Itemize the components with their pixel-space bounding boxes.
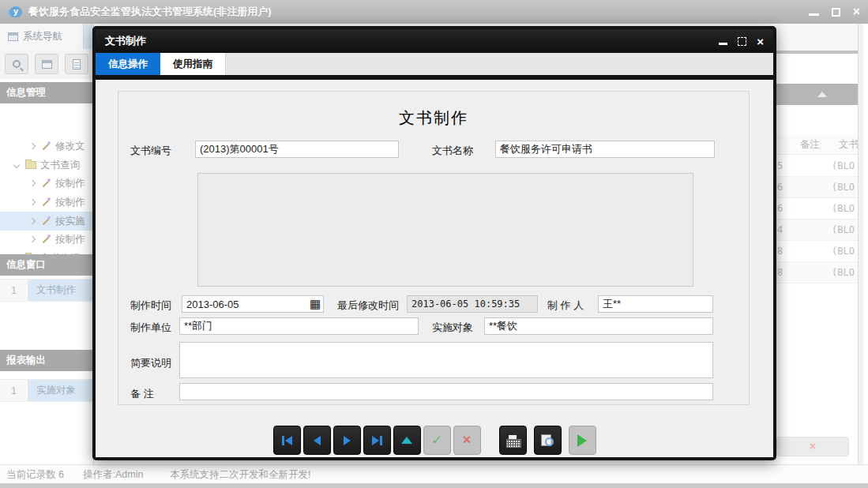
tab-user-guide[interactable]: 使用指南 <box>160 53 226 75</box>
table-row[interactable]: 8 (BLO <box>776 262 863 283</box>
print-button[interactable] <box>499 426 527 455</box>
preview-icon <box>541 434 554 446</box>
wand-icon <box>41 141 51 152</box>
table-row[interactable]: 4 (BLO <box>776 220 863 241</box>
form-heading: 文书制作 <box>118 107 749 129</box>
search-document-button[interactable] <box>5 54 28 74</box>
window-list-button[interactable] <box>35 54 58 74</box>
background-table-panel: 备注 文书 5 (BLO 6 (BLO 6 (BLO 4 (BLO 8 (BLO… <box>776 24 863 464</box>
nav-last-button[interactable] <box>363 426 391 455</box>
wand-icon <box>41 197 51 208</box>
make-time-input[interactable] <box>182 295 324 313</box>
calendar-icon[interactable]: ▦ <box>310 296 321 312</box>
up-arrow-icon <box>401 437 412 444</box>
tree-item-doc-query[interactable]: 文书查询 <box>0 156 94 175</box>
unit-input[interactable] <box>179 317 419 335</box>
modify-time-field <box>407 295 538 313</box>
dialog-titlebar[interactable]: 文书制作 × <box>96 29 773 53</box>
section-report-output[interactable]: 报表输出 <box>0 350 94 371</box>
dialog-tab-bar: 信息操作 使用指南 <box>96 53 773 75</box>
dialog-footer-toolbar: ✓ × <box>96 426 773 456</box>
doc-name-input[interactable] <box>495 141 715 158</box>
status-bar: 当前记录数 6 操作者:Admin 本系统支持二次开发和全新开发! <box>0 464 868 483</box>
dialog-content: 文书制作 文书编号 文书名称 制作时间 ▦ 最后修改时间 制 作 人 制作单位 <box>96 80 773 457</box>
summary-textarea[interactable] <box>179 342 713 378</box>
doc-name-label: 文书名称 <box>432 144 473 158</box>
status-message: 本系统支持二次开发和全新开发! <box>170 468 310 482</box>
window-titlebar: y 餐饮服务食品安全监管执法文书管理系统(非注册用户) × <box>0 0 868 24</box>
wand-icon <box>41 178 51 189</box>
tree-item-by-target[interactable]: 按实施 <box>0 212 94 231</box>
nav-prev-button[interactable] <box>303 426 331 455</box>
collapse-up-button[interactable] <box>393 426 421 455</box>
table-row[interactable]: 5 (BLO <box>776 156 863 177</box>
chevron-down-icon[interactable] <box>13 162 20 168</box>
window-minimize-button[interactable] <box>809 13 819 16</box>
chevron-right-icon[interactable] <box>29 218 36 224</box>
summary-label: 简要说明 <box>130 356 171 370</box>
window-restore-button[interactable] <box>832 8 840 17</box>
check-icon: ✓ <box>431 432 442 449</box>
first-record-icon <box>282 436 284 445</box>
previous-record-icon <box>314 436 321 445</box>
print-preview-button[interactable] <box>534 426 562 455</box>
nav-next-button[interactable] <box>333 426 361 455</box>
dialog-minimize-button[interactable] <box>719 43 727 45</box>
tab-info-operation[interactable]: 信息操作 <box>96 53 160 75</box>
background-tab-row <box>776 24 863 51</box>
window-close-button[interactable]: × <box>853 8 860 16</box>
vertical-scrollbar[interactable] <box>858 24 863 464</box>
table-row[interactable]: 6 (BLO <box>776 177 863 198</box>
tree-item-by-maker-3[interactable]: 按制作 <box>0 230 94 249</box>
chevron-right-icon[interactable] <box>29 199 36 205</box>
x-icon: × <box>463 432 472 449</box>
window-bottom-border <box>0 483 868 488</box>
unit-label: 制作单位 <box>130 321 171 335</box>
run-button[interactable] <box>569 426 596 455</box>
chevron-right-icon[interactable] <box>29 143 36 149</box>
chevron-right-icon[interactable] <box>29 180 36 186</box>
confirm-button: ✓ <box>423 426 451 455</box>
nav-first-button[interactable] <box>273 426 301 455</box>
remark-label: 备 注 <box>130 387 154 401</box>
modify-time-label: 最后修改时间 <box>337 298 399 313</box>
report-output-row[interactable]: 1 实施对象 <box>0 379 94 402</box>
info-window-row[interactable]: 1 文书制作 <box>0 279 94 302</box>
wand-icon <box>41 235 51 245</box>
document-form: 文书制作 文书编号 文书名称 制作时间 ▦ 最后修改时间 制 作 人 制作单位 <box>118 91 750 405</box>
dialog-close-button[interactable]: × <box>757 37 764 46</box>
divider <box>776 51 863 54</box>
table-header: 备注 文书 <box>776 134 863 155</box>
collapse-bar[interactable] <box>776 84 863 105</box>
section-info-management[interactable]: 信息管理 <box>0 82 94 103</box>
tree-item-modify-doc[interactable]: 修改文 <box>0 137 94 156</box>
table-row[interactable]: 6 (BLO <box>776 198 863 220</box>
window-title: 餐饮服务食品安全监管执法文书管理系统(非注册用户) <box>28 5 272 19</box>
doc-number-input[interactable] <box>195 141 399 158</box>
last-record-icon <box>380 436 382 445</box>
play-icon <box>577 434 587 447</box>
maker-label: 制 作 人 <box>547 298 584 313</box>
remark-input[interactable] <box>179 383 713 400</box>
sidebar-tab-row: 系统导航 <box>0 24 94 49</box>
tree-item-by-maker-1[interactable]: 按制作 <box>0 174 94 193</box>
chevron-right-icon[interactable] <box>29 236 36 242</box>
search-icon <box>13 60 21 68</box>
wand-icon <box>41 216 51 227</box>
record-count: 当前记录数 6 <box>6 468 64 482</box>
table-row[interactable]: 8 (BLO <box>776 241 863 262</box>
first-record-icon <box>285 436 292 445</box>
section-info-window[interactable]: 信息窗口 <box>0 254 94 276</box>
maker-input[interactable] <box>598 295 713 313</box>
grid-icon <box>42 60 52 69</box>
dialog-maximize-button[interactable] <box>738 37 746 46</box>
document-button[interactable] <box>65 54 88 74</box>
document-production-dialog: 文书制作 × 信息操作 使用指南 文书制作 文书编号 文书名称 <box>92 26 776 460</box>
next-record-icon <box>344 436 351 445</box>
target-input[interactable] <box>484 317 713 335</box>
last-record-icon <box>372 436 379 445</box>
document-content-box[interactable] <box>197 173 693 287</box>
background-cancel-button: × <box>776 437 849 456</box>
tree-item-by-maker-2[interactable]: 按制作 <box>0 193 94 212</box>
tab-system-navigation[interactable]: 系统导航 <box>0 24 84 49</box>
